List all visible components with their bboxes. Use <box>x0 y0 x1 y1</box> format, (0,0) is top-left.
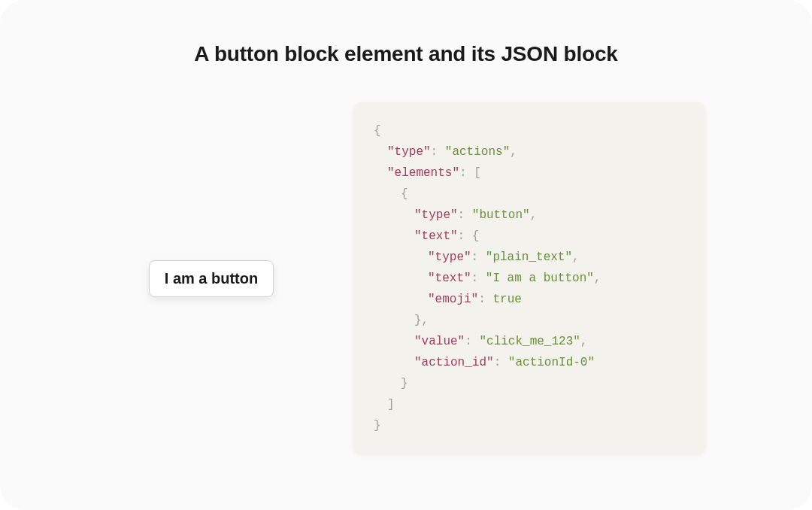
code-token: "elements" <box>387 166 459 180</box>
json-code-block: {"type": "actions","elements": [{"type":… <box>353 102 706 454</box>
code-token: : <box>458 208 472 222</box>
code-token: : <box>465 335 479 348</box>
code-line: "type": "plain_text", <box>374 247 685 268</box>
code-line: }, <box>374 310 685 331</box>
code-token: "type" <box>428 250 471 264</box>
code-token: , <box>572 250 580 264</box>
code-token: } <box>374 419 381 433</box>
code-line: "text": "I am a button", <box>374 268 685 289</box>
code-line: "type": "button", <box>374 205 685 226</box>
code-token: { <box>401 187 408 201</box>
code-token: , <box>510 145 517 159</box>
code-token: , <box>530 208 538 222</box>
code-token: ] <box>387 398 395 411</box>
code-token: "emoji" <box>428 293 478 306</box>
document-card: A button block element and its JSON bloc… <box>0 0 812 510</box>
code-line: "elements": [ <box>374 162 685 184</box>
code-token: "plain_text" <box>486 250 572 264</box>
code-token: "actionId-0" <box>508 356 595 369</box>
code-token: , <box>594 272 601 285</box>
code-token: true <box>492 293 521 306</box>
code-token: "I am a button" <box>486 272 594 285</box>
code-token: } <box>401 377 408 390</box>
code-line: } <box>374 373 685 394</box>
code-line: "type": "actions", <box>374 141 685 162</box>
demo-button[interactable]: I am a button <box>149 260 274 297</box>
code-token: : [ <box>459 166 481 180</box>
code-line: { <box>374 120 685 141</box>
code-line: } <box>374 415 685 436</box>
code-token: "type" <box>387 145 431 159</box>
code-line: "value": "click_me_123", <box>374 331 685 352</box>
code-line: "emoji": true <box>374 289 685 310</box>
code-token: : { <box>458 229 480 243</box>
code-token: { <box>374 124 381 138</box>
code-token: : <box>471 250 486 264</box>
code-token: : <box>431 145 445 159</box>
content-row: I am a button {"type": "actions","elemen… <box>45 102 767 454</box>
code-token: "type" <box>414 208 458 222</box>
code-token: "value" <box>414 335 465 348</box>
code-token: "button" <box>472 208 530 222</box>
code-token: "action_id" <box>414 356 494 369</box>
code-token: : <box>478 293 492 306</box>
code-token: , <box>580 335 588 348</box>
code-line: ] <box>374 394 685 415</box>
code-token: "text" <box>414 229 458 243</box>
code-token: "text" <box>428 272 471 285</box>
code-token: "actions" <box>445 145 510 159</box>
code-token: : <box>494 356 508 369</box>
page-title: A button block element and its JSON bloc… <box>45 42 767 66</box>
code-token: "click_me_123" <box>479 335 580 348</box>
code-line: "action_id": "actionId-0" <box>374 352 685 373</box>
code-token: }, <box>414 314 429 327</box>
code-line: { <box>374 184 685 205</box>
code-token: : <box>471 272 486 285</box>
button-preview-column: I am a button <box>106 260 317 297</box>
code-line: "text": { <box>374 226 685 247</box>
